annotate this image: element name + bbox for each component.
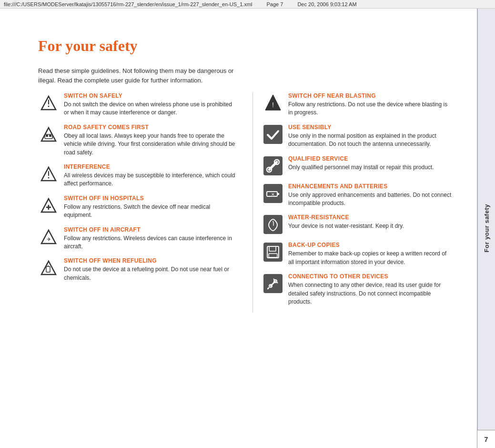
enhancements-batteries-text: ENHANCEMENTS AND BATTERIESUse only appro…	[288, 183, 453, 208]
backup-copies-title: BACK-UP COPIES	[288, 242, 453, 248]
left-column: SWITCH ON SAFELYDo not switch the device…	[38, 92, 238, 313]
svg-point-9	[48, 177, 50, 178]
switch-off-refueling-desc: Do not use the device at a refueling poi…	[64, 265, 238, 282]
safety-item-switch-on-safely: SWITCH ON SAFELYDo not switch the device…	[38, 92, 238, 117]
page-number: 7	[477, 430, 495, 448]
road-safety-title: ROAD SAFETY COMES FIRST	[64, 124, 238, 131]
qualified-service-text: QUALIFIED SERVICEOnly qualified personne…	[288, 155, 453, 172]
safety-item-qualified-service: QUALIFIED SERVICEOnly qualified personne…	[263, 155, 453, 176]
svg-line-38	[277, 282, 278, 283]
use-sensibly-desc: Use only in the normal position as expla…	[288, 132, 453, 149]
safety-item-switch-off-blasting: !SWITCH OFF NEAR BLASTINGFollow any rest…	[263, 92, 453, 117]
switch-off-blasting-text: SWITCH OFF NEAR BLASTINGFollow any restr…	[288, 92, 453, 117]
safety-item-enhancements-batteries: ✕ ENHANCEMENTS AND BATTERIESUse only app…	[263, 183, 453, 208]
safety-item-water-resistance: WATER-RESISTANCEYour device is not water…	[263, 214, 453, 235]
svg-rect-27	[277, 193, 279, 195]
svg-marker-14	[41, 261, 56, 275]
svg-point-2	[48, 106, 50, 107]
enhancements-batteries-title: ENHANCEMENTS AND BATTERIES	[288, 183, 453, 190]
interference-text: INTERFERENCEAll wireless devices may be …	[64, 163, 238, 188]
svg-text:!: !	[272, 101, 274, 109]
browser-datetime: Dec 20, 2006 9:03:12 AM	[297, 1, 356, 7]
switch-off-refueling-title: SWITCH OFF WHEN REFUELING	[64, 257, 238, 264]
switch-on-safely-icon	[38, 92, 59, 113]
switch-off-blasting-title: SWITCH OFF NEAR BLASTING	[288, 92, 453, 99]
water-resistance-title: WATER-RESISTANCE	[288, 214, 453, 221]
water-resistance-desc: Your device is not water-resistant. Keep…	[288, 222, 453, 230]
svg-text:✕: ✕	[271, 192, 275, 197]
switch-off-blasting-icon: !	[263, 92, 283, 113]
use-sensibly-icon	[263, 124, 283, 145]
safety-item-backup-copies: BACK-UP COPIESRemember to make back-up c…	[263, 242, 453, 266]
switch-off-blasting-desc: Follow any restrictions. Do not use the …	[288, 101, 453, 117]
side-tab: For your safety 7	[477, 9, 495, 448]
page-wrapper: For your safety Read these simple guidel…	[0, 9, 495, 448]
switch-off-hospitals-title: SWITCH OFF IN HOSPITALS	[64, 195, 238, 202]
road-safety-text: ROAD SAFETY COMES FIRSTObey all local la…	[64, 124, 238, 157]
switch-on-safely-text: SWITCH ON SAFELYDo not switch the device…	[64, 92, 238, 117]
switch-off-refueling-icon	[38, 257, 59, 278]
interference-title: INTERFERENCE	[64, 163, 238, 170]
switch-on-safely-desc: Do not switch the device on when wireles…	[64, 101, 238, 117]
use-sensibly-text: USE SENSIBLYUse only in the normal posit…	[288, 124, 453, 149]
qualified-service-title: QUALIFIED SERVICE	[288, 155, 453, 162]
svg-rect-20	[263, 125, 283, 144]
backup-copies-text: BACK-UP COPIESRemember to make back-up c…	[288, 242, 453, 266]
water-resistance-icon	[263, 214, 283, 235]
enhancements-batteries-icon: ✕	[263, 183, 283, 204]
safety-item-use-sensibly: USE SENSIBLYUse only in the normal posit…	[263, 124, 453, 149]
switch-off-aircraft-icon: ✈	[38, 226, 59, 247]
switch-off-hospitals-text: SWITCH OFF IN HOSPITALSFollow any restri…	[64, 195, 238, 220]
svg-text:✚: ✚	[46, 204, 51, 211]
switch-off-hospitals-desc: Follow any restrictions. Switch the devi…	[64, 203, 238, 220]
switch-off-aircraft-text: SWITCH OFF IN AIRCRAFTFollow any restric…	[64, 226, 238, 251]
qualified-service-desc: Only qualified personnel may install or …	[288, 163, 453, 172]
svg-text:✈: ✈	[47, 236, 51, 242]
intro-text: Read these simple guidelines. Not follow…	[38, 66, 253, 85]
svg-rect-30	[263, 243, 283, 262]
connecting-devices-icon	[263, 273, 283, 294]
backup-copies-icon	[263, 242, 283, 263]
interference-desc: All wireless devices may be susceptible …	[64, 172, 238, 188]
browser-bar: file:///C:/USERS/MODEServer/lkatajis/130…	[0, 0, 495, 9]
connecting-devices-desc: When connecting to any other device, rea…	[288, 281, 453, 306]
water-resistance-text: WATER-RESISTANCEYour device is not water…	[288, 214, 453, 230]
safety-item-switch-off-refueling: SWITCH OFF WHEN REFUELINGDo not use the …	[38, 257, 238, 282]
browser-page: Page 7	[267, 1, 283, 7]
main-content: For your safety Read these simple guidel…	[0, 9, 477, 448]
use-sensibly-title: USE SENSIBLY	[288, 124, 453, 131]
safety-item-switch-off-hospitals: ✚SWITCH OFF IN HOSPITALSFollow any restr…	[38, 195, 238, 220]
backup-copies-desc: Remember to make back-up copies or keep …	[288, 250, 453, 266]
safety-item-interference: INTERFERENCEAll wireless devices may be …	[38, 163, 238, 188]
road-safety-icon	[38, 124, 59, 145]
enhancements-batteries-desc: Use only approved enhancements and batte…	[288, 191, 453, 208]
svg-rect-6	[49, 135, 51, 137]
safety-item-connecting-devices: CONNECTING TO OTHER DEVICESWhen connecti…	[263, 273, 453, 306]
switch-off-refueling-text: SWITCH OFF WHEN REFUELINGDo not use the …	[64, 257, 238, 282]
connecting-devices-title: CONNECTING TO OTHER DEVICES	[288, 273, 453, 280]
safety-item-road-safety: ROAD SAFETY COMES FIRSTObey all local la…	[38, 124, 238, 157]
switch-off-aircraft-desc: Follow any restrictions. Wireless device…	[64, 234, 238, 251]
switch-off-hospitals-icon: ✚	[38, 195, 59, 216]
svg-line-37	[273, 279, 274, 280]
svg-rect-15	[46, 266, 50, 272]
page-title: For your safety	[38, 37, 453, 55]
connecting-devices-text: CONNECTING TO OTHER DEVICESWhen connecti…	[288, 273, 453, 306]
two-col-layout: SWITCH ON SAFELYDo not switch the device…	[38, 92, 453, 313]
switch-on-safely-title: SWITCH ON SAFELY	[64, 92, 238, 99]
safety-item-switch-off-aircraft: ✈SWITCH OFF IN AIRCRAFTFollow any restri…	[38, 226, 238, 251]
right-column: !SWITCH OFF NEAR BLASTINGFollow any rest…	[253, 92, 453, 313]
svg-rect-5	[46, 135, 48, 137]
qualified-service-icon	[263, 155, 283, 176]
switch-off-aircraft-title: SWITCH OFF IN AIRCRAFT	[64, 226, 238, 233]
browser-path: file:///C:/USERS/MODEServer/lkatajis/130…	[4, 1, 253, 7]
road-safety-desc: Obey all local laws. Always keep your ha…	[64, 132, 238, 157]
side-tab-label: For your safety	[483, 204, 490, 252]
interference-icon	[38, 163, 59, 184]
